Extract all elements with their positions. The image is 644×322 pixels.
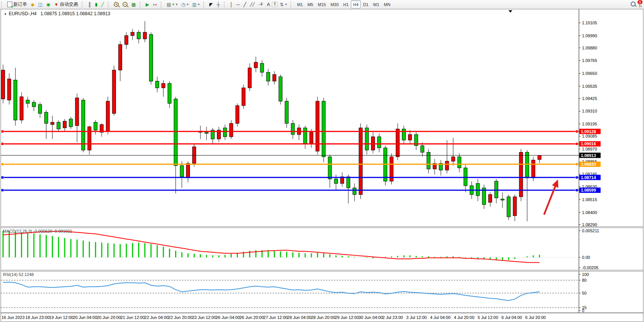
- level-handle[interactable]: [575, 143, 578, 145]
- scroll-group: ▶ ↦: [143, 0, 159, 9]
- notification-badge: 1: [638, 0, 642, 4]
- algo-trading-label: 自动交易: [60, 1, 78, 8]
- tile-windows-icon[interactable]: ▦: [129, 0, 137, 8]
- objects-group: ▤ +▾ ◷ ▾ ▥ ▾: [164, 0, 202, 9]
- new-order-button[interactable]: 新订单: [5, 0, 29, 8]
- level-handle[interactable]: [1, 143, 4, 145]
- tab-timeframe-d1[interactable]: D1: [361, 0, 371, 8]
- group-separator: [108, 2, 110, 8]
- text-label-tool[interactable]: T: [272, 2, 278, 7]
- tab-timeframe-m1[interactable]: M1: [295, 0, 305, 8]
- text-tool[interactable]: A: [265, 0, 272, 8]
- price-chart-canvas[interactable]: 1.101051.099901.098801.097651.096501.095…: [0, 0, 644, 322]
- time-tick-label: 30 Jun 04:00: [359, 315, 383, 320]
- clock-icon: ◷: [181, 2, 185, 7]
- price-tick-label: 1.09195: [582, 122, 597, 126]
- toolbar-right: 1: [631, 2, 644, 8]
- level-handle[interactable]: [1, 130, 4, 133]
- time-tick-label: 28 Jun 20:00: [311, 315, 335, 320]
- price-tick-label: 1.08515: [582, 197, 597, 202]
- group-separator: [203, 2, 206, 8]
- price-badge-label: 1.08599: [581, 188, 596, 192]
- auto-scroll-icon[interactable]: ▶: [144, 0, 151, 8]
- cursor-group: ◤ ┼: [207, 0, 223, 9]
- rsi-label: RSI(14) 52.1248: [3, 272, 34, 277]
- level-handle[interactable]: [575, 189, 578, 192]
- tab-timeframe-mn[interactable]: MN: [381, 0, 392, 8]
- time-tick-label: 4 Jul 20:00: [454, 315, 474, 320]
- price-tick-label: 1.09650: [582, 71, 597, 76]
- chart-window-frame: [1, 9, 643, 322]
- price-tick-label: 1.09765: [582, 58, 597, 63]
- new-order-label: 新订单: [13, 1, 27, 8]
- price-tick-label: 1.09425: [582, 96, 597, 101]
- tab-timeframe-m5[interactable]: M5: [305, 0, 316, 8]
- signals-icon[interactable]: ◉: [45, 0, 52, 8]
- zoom-out-button[interactable]: −: [121, 0, 129, 8]
- channel-tool[interactable]: ╱╱: [248, 0, 257, 8]
- time-tick-label: 2 Jul 23:00: [383, 315, 403, 320]
- tab-timeframe-h1[interactable]: H1: [341, 0, 351, 8]
- level-handle[interactable]: [1, 189, 4, 192]
- tab-timeframe-h4[interactable]: H4: [351, 0, 361, 8]
- price-tick-label: 1.10105: [582, 21, 597, 25]
- indicators-button[interactable]: ▤ +▾: [165, 0, 179, 8]
- time-tick-label: 19 Jun 12:00: [49, 315, 73, 320]
- level-handle[interactable]: [575, 176, 578, 179]
- horizontal-line-tool[interactable]: ─: [234, 0, 242, 8]
- symbol-period-label: EURUSD-,H4: [9, 11, 37, 16]
- bar-chart-icon[interactable]: ║: [86, 0, 93, 8]
- price-badge-label: 1.09016: [581, 141, 596, 146]
- time-tick-label: 23 Jun 12:00: [192, 315, 216, 320]
- time-tick-label: 4 Jul 04:00: [430, 315, 451, 320]
- tab-timeframe-m30[interactable]: M30: [328, 0, 341, 8]
- main-toolbar: 新订单 ◆ ◫ ◉ ▼ 自动交易 ║ ▮ ╱ + − ▦ ▶ ↦ ▤ +▾ ◷ …: [0, 0, 644, 9]
- market-depth-icon[interactable]: ◆: [29, 0, 36, 8]
- chart-title: ▼EURUSD-,H41.08875 1.08915 1.08842 1.089…: [4, 11, 110, 16]
- time-tick-label: 20 Jun 20:00: [97, 315, 121, 320]
- price-badge-label: 1.09128: [581, 129, 596, 134]
- price-tick-label: 1.09880: [582, 46, 597, 50]
- time-tick-label: 22 Jun 04:00: [144, 315, 169, 320]
- price-badge-label: 1.08833: [581, 162, 596, 167]
- strategy-tester-icon[interactable]: ◫: [36, 0, 44, 8]
- level-handle[interactable]: [1, 163, 4, 165]
- notifications-button[interactable]: 1: [639, 2, 640, 7]
- zoom-group: + − ▦: [111, 0, 138, 9]
- time-tick-label: 6 Jul 04:00: [502, 315, 522, 320]
- crosshair-icon[interactable]: ┼: [215, 0, 222, 8]
- price-tick-label: 1.09990: [582, 33, 597, 38]
- arrows-tool[interactable]: ⇅ ▾: [278, 0, 289, 8]
- trendline-tool[interactable]: ╱: [242, 0, 248, 8]
- periods-button[interactable]: ◷ ▾: [179, 0, 190, 8]
- level-handle[interactable]: [1, 176, 4, 179]
- chevron-down-icon: ▼: [4, 13, 7, 16]
- fibonacci-tool[interactable]: ┄F: [257, 0, 265, 8]
- vertical-line-tool[interactable]: │: [228, 0, 235, 8]
- zoom-in-button[interactable]: +: [112, 0, 121, 8]
- time-tick-label: 28 Jun 04:00: [287, 315, 312, 320]
- level-handle[interactable]: [575, 130, 578, 133]
- price-tick-label: 1.08290: [582, 222, 597, 227]
- timeframe-group: M1M5M15M30H1H4D1W1MN: [294, 0, 393, 9]
- tab-timeframe-w1[interactable]: W1: [371, 0, 382, 8]
- level-handle[interactable]: [575, 163, 578, 165]
- tab-timeframe-m15[interactable]: M15: [316, 0, 328, 8]
- group-separator: [224, 2, 226, 8]
- candlestick-chart-icon[interactable]: ▮: [93, 0, 99, 8]
- templates-button[interactable]: ▥ ▾: [190, 0, 201, 8]
- arrows-icon: ⇅: [280, 2, 284, 7]
- chart-shift-icon[interactable]: ↦: [151, 0, 159, 8]
- search-icon: [631, 2, 636, 6]
- drawing-group: │ ─ ╱ ╱╱ ┄F A T ⇅ ▾: [227, 0, 290, 9]
- price-tick-label: 1.09310: [582, 109, 597, 113]
- time-tick-label: 21 Jun 12:00: [121, 315, 145, 320]
- line-chart-icon[interactable]: ╱: [99, 0, 106, 8]
- cursor-icon[interactable]: ◤: [207, 0, 215, 8]
- algo-trading-button[interactable]: ▼ 自动交易: [52, 0, 80, 8]
- search-button[interactable]: [631, 2, 636, 8]
- time-tick-label: 29 Jun 12:00: [335, 315, 359, 320]
- template-icon: ▥: [192, 2, 196, 7]
- macd-tick-label: 0.00: [582, 255, 590, 260]
- time-tick-label: 18 Jun 23:00: [26, 315, 50, 320]
